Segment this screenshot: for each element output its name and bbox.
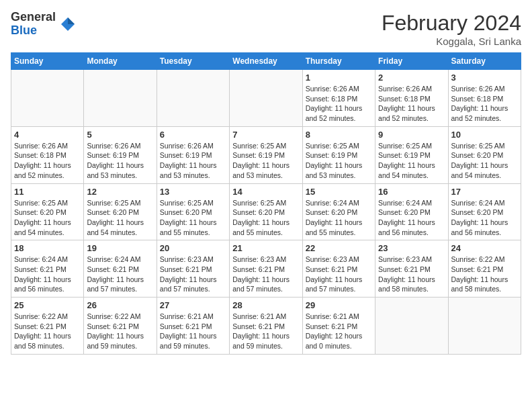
- day-info: Sunrise: 6:26 AM Sunset: 6:18 PM Dayligh…: [378, 84, 445, 124]
- calendar-cell: 13Sunrise: 6:25 AM Sunset: 6:20 PM Dayli…: [157, 183, 229, 240]
- day-info: Sunrise: 6:23 AM Sunset: 6:21 PM Dayligh…: [378, 255, 445, 294]
- day-number: 29: [306, 300, 372, 310]
- calendar-cell: 9Sunrise: 6:25 AM Sunset: 6:19 PM Daylig…: [375, 126, 448, 183]
- calendar-week-row: 4Sunrise: 6:26 AM Sunset: 6:18 PM Daylig…: [11, 126, 521, 183]
- day-info: Sunrise: 6:23 AM Sunset: 6:21 PM Dayligh…: [306, 255, 372, 294]
- calendar-cell: 20Sunrise: 6:23 AM Sunset: 6:21 PM Dayli…: [157, 240, 229, 298]
- logo-icon: [58, 15, 77, 34]
- day-number: 27: [160, 300, 226, 310]
- calendar-cell: [157, 70, 229, 127]
- calendar-cell: 10Sunrise: 6:25 AM Sunset: 6:20 PM Dayli…: [448, 126, 521, 183]
- day-info: Sunrise: 6:24 AM Sunset: 6:21 PM Dayligh…: [87, 255, 153, 294]
- calendar-cell: 5Sunrise: 6:26 AM Sunset: 6:19 PM Daylig…: [84, 126, 157, 183]
- calendar-week-row: 25Sunrise: 6:22 AM Sunset: 6:21 PM Dayli…: [11, 298, 521, 355]
- calendar-cell: [375, 298, 448, 355]
- calendar-cell: 18Sunrise: 6:24 AM Sunset: 6:21 PM Dayli…: [11, 240, 84, 298]
- weekday-header: Tuesday: [157, 53, 229, 70]
- day-info: Sunrise: 6:22 AM Sunset: 6:21 PM Dayligh…: [87, 312, 153, 351]
- calendar-cell: 21Sunrise: 6:23 AM Sunset: 6:21 PM Dayli…: [230, 240, 302, 298]
- day-number: 3: [451, 73, 518, 83]
- day-info: Sunrise: 6:25 AM Sunset: 6:19 PM Dayligh…: [378, 141, 445, 181]
- day-info: Sunrise: 6:24 AM Sunset: 6:20 PM Dayligh…: [451, 198, 518, 238]
- day-info: Sunrise: 6:24 AM Sunset: 6:21 PM Dayligh…: [14, 255, 81, 294]
- day-number: 15: [306, 187, 372, 197]
- calendar-cell: [448, 298, 521, 355]
- calendar-cell: 6Sunrise: 6:26 AM Sunset: 6:19 PM Daylig…: [157, 126, 229, 183]
- day-number: 21: [232, 243, 299, 253]
- day-info: Sunrise: 6:25 AM Sunset: 6:19 PM Dayligh…: [232, 141, 299, 181]
- day-number: 14: [232, 187, 299, 197]
- calendar-cell: [230, 70, 302, 127]
- day-info: Sunrise: 6:25 AM Sunset: 6:20 PM Dayligh…: [87, 198, 153, 238]
- day-number: 5: [87, 130, 153, 140]
- day-number: 16: [378, 187, 445, 197]
- location: Koggala, Sri Lanka: [382, 36, 521, 47]
- calendar-header: SundayMondayTuesdayWednesdayThursdayFrid…: [11, 53, 521, 70]
- weekday-header: Saturday: [448, 53, 521, 70]
- title-block: February 2024 Koggala, Sri Lanka: [382, 11, 521, 47]
- day-number: 25: [14, 300, 81, 310]
- calendar-week-row: 18Sunrise: 6:24 AM Sunset: 6:21 PM Dayli…: [11, 240, 521, 298]
- day-number: 4: [14, 130, 81, 140]
- day-info: Sunrise: 6:23 AM Sunset: 6:21 PM Dayligh…: [160, 255, 226, 294]
- calendar-body: 1Sunrise: 6:26 AM Sunset: 6:18 PM Daylig…: [11, 70, 521, 355]
- calendar-cell: 7Sunrise: 6:25 AM Sunset: 6:19 PM Daylig…: [230, 126, 302, 183]
- month-year: February 2024: [382, 11, 521, 36]
- weekday-row: SundayMondayTuesdayWednesdayThursdayFrid…: [11, 53, 521, 70]
- day-info: Sunrise: 6:26 AM Sunset: 6:18 PM Dayligh…: [306, 84, 372, 124]
- day-info: Sunrise: 6:22 AM Sunset: 6:21 PM Dayligh…: [451, 255, 518, 294]
- calendar-cell: 26Sunrise: 6:22 AM Sunset: 6:21 PM Dayli…: [84, 298, 157, 355]
- day-number: 7: [232, 130, 299, 140]
- day-number: 17: [451, 187, 518, 197]
- day-number: 28: [232, 300, 299, 310]
- logo: General Blue: [11, 11, 77, 38]
- weekday-header: Monday: [84, 53, 157, 70]
- calendar-cell: 28Sunrise: 6:21 AM Sunset: 6:21 PM Dayli…: [230, 298, 302, 355]
- day-info: Sunrise: 6:26 AM Sunset: 6:18 PM Dayligh…: [451, 84, 518, 124]
- calendar-cell: 22Sunrise: 6:23 AM Sunset: 6:21 PM Dayli…: [302, 240, 375, 298]
- calendar-table: SundayMondayTuesdayWednesdayThursdayFrid…: [11, 52, 521, 355]
- calendar-cell: 4Sunrise: 6:26 AM Sunset: 6:18 PM Daylig…: [11, 126, 84, 183]
- day-number: 2: [378, 73, 445, 83]
- day-number: 26: [87, 300, 153, 310]
- calendar-cell: 24Sunrise: 6:22 AM Sunset: 6:21 PM Dayli…: [448, 240, 521, 298]
- day-info: Sunrise: 6:25 AM Sunset: 6:20 PM Dayligh…: [160, 198, 226, 238]
- calendar-cell: 17Sunrise: 6:24 AM Sunset: 6:20 PM Dayli…: [448, 183, 521, 240]
- day-info: Sunrise: 6:22 AM Sunset: 6:21 PM Dayligh…: [14, 312, 81, 351]
- day-number: 12: [87, 187, 153, 197]
- calendar-cell: [11, 70, 84, 127]
- weekday-header: Sunday: [11, 53, 84, 70]
- calendar-cell: 14Sunrise: 6:25 AM Sunset: 6:20 PM Dayli…: [230, 183, 302, 240]
- calendar-cell: 8Sunrise: 6:25 AM Sunset: 6:19 PM Daylig…: [302, 126, 375, 183]
- day-info: Sunrise: 6:26 AM Sunset: 6:19 PM Dayligh…: [160, 141, 226, 181]
- calendar-cell: 25Sunrise: 6:22 AM Sunset: 6:21 PM Dayli…: [11, 298, 84, 355]
- page-header: General Blue February 2024 Koggala, Sri …: [11, 11, 521, 47]
- calendar-cell: 16Sunrise: 6:24 AM Sunset: 6:20 PM Dayli…: [375, 183, 448, 240]
- calendar-week-row: 11Sunrise: 6:25 AM Sunset: 6:20 PM Dayli…: [11, 183, 521, 240]
- day-number: 13: [160, 187, 226, 197]
- day-number: 10: [451, 130, 518, 140]
- day-info: Sunrise: 6:25 AM Sunset: 6:20 PM Dayligh…: [232, 198, 299, 238]
- calendar-cell: [84, 70, 157, 127]
- day-number: 6: [160, 130, 226, 140]
- logo-general: General: [11, 11, 56, 24]
- day-number: 24: [451, 243, 518, 253]
- day-info: Sunrise: 6:21 AM Sunset: 6:21 PM Dayligh…: [306, 312, 372, 351]
- calendar-cell: 12Sunrise: 6:25 AM Sunset: 6:20 PM Dayli…: [84, 183, 157, 240]
- day-info: Sunrise: 6:23 AM Sunset: 6:21 PM Dayligh…: [232, 255, 299, 294]
- day-number: 1: [306, 73, 372, 83]
- day-info: Sunrise: 6:21 AM Sunset: 6:21 PM Dayligh…: [232, 312, 299, 351]
- day-number: 19: [87, 243, 153, 253]
- day-number: 23: [378, 243, 445, 253]
- weekday-header: Friday: [375, 53, 448, 70]
- calendar-cell: 23Sunrise: 6:23 AM Sunset: 6:21 PM Dayli…: [375, 240, 448, 298]
- day-info: Sunrise: 6:25 AM Sunset: 6:20 PM Dayligh…: [451, 141, 518, 181]
- day-info: Sunrise: 6:24 AM Sunset: 6:20 PM Dayligh…: [378, 198, 445, 238]
- day-info: Sunrise: 6:26 AM Sunset: 6:19 PM Dayligh…: [87, 141, 153, 181]
- day-info: Sunrise: 6:25 AM Sunset: 6:20 PM Dayligh…: [14, 198, 81, 238]
- day-number: 20: [160, 243, 226, 253]
- day-info: Sunrise: 6:25 AM Sunset: 6:19 PM Dayligh…: [306, 141, 372, 181]
- calendar-cell: 29Sunrise: 6:21 AM Sunset: 6:21 PM Dayli…: [302, 298, 375, 355]
- logo-blue: Blue: [11, 24, 56, 38]
- day-info: Sunrise: 6:24 AM Sunset: 6:20 PM Dayligh…: [306, 198, 372, 238]
